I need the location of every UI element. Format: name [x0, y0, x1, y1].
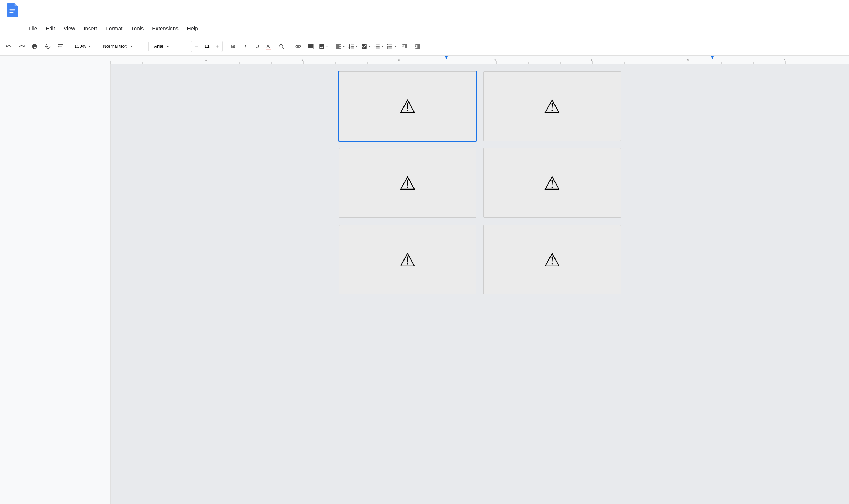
warning-icon-2: ⚠	[544, 97, 561, 116]
warning-icon-1: ⚠	[399, 97, 416, 116]
svg-rect-0	[10, 9, 15, 9]
image-cell-3[interactable]: ⚠	[339, 148, 476, 218]
image-cell-5[interactable]: ⚠	[339, 225, 476, 294]
main-area: ⚠ ⚠ ⚠ ⚠ ⚠ ⚠	[0, 64, 849, 504]
font-size-decrease[interactable]: −	[191, 41, 201, 52]
svg-rect-1	[10, 10, 15, 11]
italic-button[interactable]: I	[240, 41, 251, 52]
divider-5	[225, 42, 225, 51]
ruler: 1 2 3 4 5 6 7	[0, 56, 849, 64]
divider-6	[290, 42, 290, 51]
text-color-button[interactable]: A	[264, 41, 275, 52]
divider-2	[97, 42, 97, 51]
bold-button[interactable]: B	[227, 41, 239, 52]
menu-help[interactable]: Help	[183, 23, 202, 34]
warning-icon-4: ⚠	[544, 174, 561, 192]
image-cell-4[interactable]: ⚠	[483, 148, 621, 218]
redo-button[interactable]	[16, 40, 28, 52]
image-row-1: ⚠ ⚠	[339, 71, 621, 141]
font-select[interactable]: Arial	[151, 41, 186, 52]
divider-1	[69, 42, 69, 51]
document-area: ⚠ ⚠ ⚠ ⚠ ⚠ ⚠	[111, 64, 849, 504]
svg-text:7: 7	[783, 58, 785, 61]
menu-bar: File Edit View Insert Format Tools Exten…	[0, 20, 849, 37]
line-spacing-button[interactable]	[347, 40, 360, 52]
checklist-button[interactable]	[360, 40, 372, 52]
svg-text:3: 3	[398, 58, 400, 61]
menu-edit[interactable]: Edit	[41, 23, 59, 34]
menu-insert[interactable]: Insert	[79, 23, 101, 34]
spellcheck-button[interactable]	[41, 40, 54, 52]
divider-4	[189, 42, 189, 51]
menu-file[interactable]: File	[24, 23, 41, 34]
svg-text:2: 2	[301, 58, 303, 61]
indent-decrease-button[interactable]	[399, 40, 411, 52]
print-button[interactable]	[29, 40, 41, 52]
comment-button[interactable]	[305, 40, 317, 52]
svg-text:1: 1	[205, 58, 207, 61]
font-size-value[interactable]: 11	[201, 44, 212, 49]
zoom-select[interactable]: 100%	[71, 41, 95, 52]
warning-icon-3: ⚠	[399, 174, 416, 192]
highlight-button[interactable]	[276, 41, 287, 52]
warning-icon-5: ⚠	[399, 251, 416, 269]
align-button[interactable]	[335, 40, 347, 52]
menu-format[interactable]: Format	[101, 23, 127, 34]
image-cell-6[interactable]: ⚠	[483, 225, 621, 294]
svg-rect-4	[266, 49, 271, 49]
warning-icon-6: ⚠	[544, 251, 561, 269]
menu-tools[interactable]: Tools	[127, 23, 148, 34]
title-bar	[0, 0, 849, 20]
svg-text:6: 6	[687, 58, 689, 61]
link-button[interactable]	[292, 40, 304, 52]
font-size-increase[interactable]: +	[212, 41, 222, 52]
underline-button[interactable]: U	[252, 41, 263, 52]
numbered-list-button[interactable]	[386, 40, 398, 52]
svg-text:A: A	[266, 44, 270, 49]
paint-format-button[interactable]	[54, 40, 66, 52]
svg-rect-2	[10, 12, 14, 13]
image-row-3: ⚠ ⚠	[339, 225, 621, 294]
image-cell-2[interactable]: ⚠	[483, 71, 621, 141]
image-button[interactable]	[318, 40, 330, 52]
paragraph-style-select[interactable]: Normal text	[100, 41, 146, 52]
menu-view[interactable]: View	[59, 23, 79, 34]
menu-extensions[interactable]: Extensions	[148, 23, 182, 34]
svg-text:5: 5	[591, 58, 592, 61]
svg-text:4: 4	[494, 58, 496, 61]
app-logo	[6, 3, 19, 17]
font-size-control: − 11 +	[191, 41, 222, 52]
image-row-2: ⚠ ⚠	[339, 148, 621, 218]
divider-7	[332, 42, 332, 51]
svg-rect-5	[0, 56, 849, 64]
undo-button[interactable]	[3, 40, 15, 52]
divider-3	[148, 42, 149, 51]
sidebar-left	[0, 64, 111, 504]
bullet-list-button[interactable]	[373, 40, 385, 52]
toolbar: 100% Normal text Arial − 11 + B I U A	[0, 37, 849, 56]
image-cell-1[interactable]: ⚠	[339, 71, 476, 141]
indent-increase-button[interactable]	[412, 40, 424, 52]
